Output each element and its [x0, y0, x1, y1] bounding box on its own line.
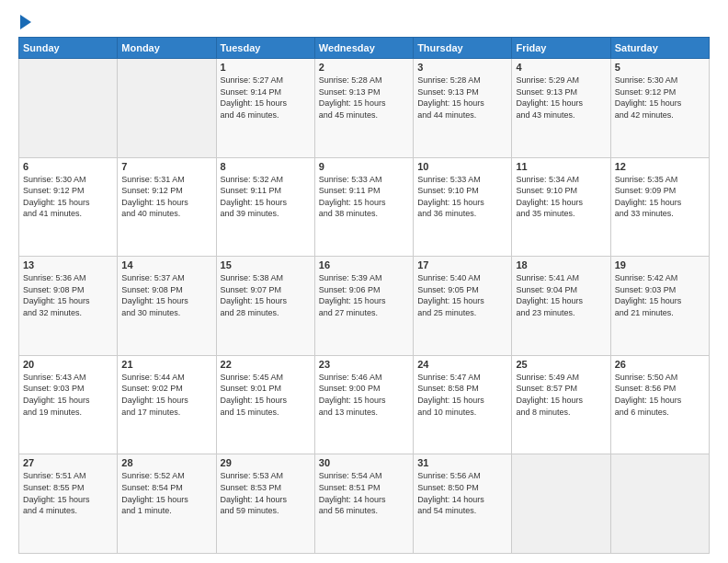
day-cell: 17Sunrise: 5:40 AM Sunset: 9:05 PM Dayli…	[414, 257, 512, 356]
day-info: Sunrise: 5:51 AM Sunset: 8:55 PM Dayligh…	[23, 470, 113, 516]
day-info: Sunrise: 5:45 AM Sunset: 9:01 PM Dayligh…	[221, 372, 311, 418]
day-info: Sunrise: 5:50 AM Sunset: 8:56 PM Dayligh…	[615, 372, 705, 418]
day-cell: 4Sunrise: 5:29 AM Sunset: 9:13 PM Daylig…	[512, 59, 610, 158]
day-info: Sunrise: 5:46 AM Sunset: 9:00 PM Dayligh…	[319, 372, 409, 418]
day-header-sunday: Sunday	[19, 38, 118, 59]
day-number: 23	[319, 359, 409, 370]
day-info: Sunrise: 5:27 AM Sunset: 9:14 PM Dayligh…	[221, 75, 311, 121]
day-number: 21	[121, 359, 211, 370]
week-row-5: 27Sunrise: 5:51 AM Sunset: 8:55 PM Dayli…	[19, 454, 710, 554]
day-number: 18	[516, 259, 606, 270]
day-info: Sunrise: 5:42 AM Sunset: 9:03 PM Dayligh…	[615, 272, 705, 318]
week-row-4: 20Sunrise: 5:43 AM Sunset: 9:03 PM Dayli…	[19, 355, 710, 454]
day-info: Sunrise: 5:38 AM Sunset: 9:07 PM Dayligh…	[221, 272, 311, 318]
day-cell: 24Sunrise: 5:47 AM Sunset: 8:58 PM Dayli…	[414, 355, 512, 454]
day-info: Sunrise: 5:31 AM Sunset: 9:12 PM Dayligh…	[121, 174, 211, 220]
day-cell: 13Sunrise: 5:36 AM Sunset: 9:08 PM Dayli…	[19, 257, 118, 356]
day-info: Sunrise: 5:28 AM Sunset: 9:13 PM Dayligh…	[417, 75, 507, 121]
day-number: 24	[417, 359, 507, 370]
day-cell: 10Sunrise: 5:33 AM Sunset: 9:10 PM Dayli…	[414, 157, 512, 257]
day-number: 3	[417, 62, 507, 73]
day-cell: 11Sunrise: 5:34 AM Sunset: 9:10 PM Dayli…	[512, 157, 610, 257]
day-cell: 19Sunrise: 5:42 AM Sunset: 9:03 PM Dayli…	[610, 257, 709, 356]
day-number: 25	[516, 359, 606, 370]
day-info: Sunrise: 5:47 AM Sunset: 8:58 PM Dayligh…	[417, 372, 507, 418]
day-number: 5	[615, 62, 705, 73]
day-number: 4	[516, 62, 606, 73]
day-header-wednesday: Wednesday	[314, 38, 413, 59]
day-info: Sunrise: 5:56 AM Sunset: 8:50 PM Dayligh…	[417, 470, 507, 516]
day-number: 28	[121, 457, 211, 468]
day-cell	[512, 454, 610, 554]
day-number: 17	[417, 259, 507, 270]
day-cell: 27Sunrise: 5:51 AM Sunset: 8:55 PM Dayli…	[19, 454, 118, 554]
day-info: Sunrise: 5:33 AM Sunset: 9:10 PM Dayligh…	[417, 174, 507, 220]
day-cell: 31Sunrise: 5:56 AM Sunset: 8:50 PM Dayli…	[414, 454, 512, 554]
day-info: Sunrise: 5:29 AM Sunset: 9:13 PM Dayligh…	[516, 75, 606, 121]
day-info: Sunrise: 5:54 AM Sunset: 8:51 PM Dayligh…	[319, 470, 409, 516]
day-cell	[118, 59, 216, 158]
day-number: 20	[23, 359, 113, 370]
day-number: 8	[221, 161, 311, 172]
page: SundayMondayTuesdayWednesdayThursdayFrid…	[0, 0, 728, 563]
day-cell: 20Sunrise: 5:43 AM Sunset: 9:03 PM Dayli…	[19, 355, 118, 454]
day-info: Sunrise: 5:37 AM Sunset: 9:08 PM Dayligh…	[121, 272, 211, 318]
day-number: 26	[615, 359, 705, 370]
day-number: 15	[221, 259, 311, 270]
day-cell: 16Sunrise: 5:39 AM Sunset: 9:06 PM Dayli…	[314, 257, 413, 356]
week-row-3: 13Sunrise: 5:36 AM Sunset: 9:08 PM Dayli…	[19, 257, 710, 356]
day-cell: 23Sunrise: 5:46 AM Sunset: 9:00 PM Dayli…	[314, 355, 413, 454]
day-number: 19	[615, 259, 705, 270]
day-number: 16	[319, 259, 409, 270]
day-number: 29	[221, 457, 311, 468]
day-info: Sunrise: 5:49 AM Sunset: 8:57 PM Dayligh…	[516, 372, 606, 418]
day-cell: 7Sunrise: 5:31 AM Sunset: 9:12 PM Daylig…	[118, 157, 216, 257]
logo	[18, 17, 31, 29]
day-cell: 21Sunrise: 5:44 AM Sunset: 9:02 PM Dayli…	[118, 355, 216, 454]
day-info: Sunrise: 5:34 AM Sunset: 9:10 PM Dayligh…	[516, 174, 606, 220]
day-cell: 5Sunrise: 5:30 AM Sunset: 9:12 PM Daylig…	[610, 59, 709, 158]
day-number: 11	[516, 161, 606, 172]
day-header-friday: Friday	[512, 38, 610, 59]
day-cell: 25Sunrise: 5:49 AM Sunset: 8:57 PM Dayli…	[512, 355, 610, 454]
day-number: 10	[417, 161, 507, 172]
day-cell	[610, 454, 709, 554]
week-row-1: 1Sunrise: 5:27 AM Sunset: 9:14 PM Daylig…	[19, 59, 710, 158]
day-header-monday: Monday	[118, 38, 216, 59]
day-info: Sunrise: 5:35 AM Sunset: 9:09 PM Dayligh…	[615, 174, 705, 220]
day-number: 13	[23, 259, 113, 270]
header-row: SundayMondayTuesdayWednesdayThursdayFrid…	[19, 38, 710, 59]
day-header-thursday: Thursday	[414, 38, 512, 59]
day-cell: 8Sunrise: 5:32 AM Sunset: 9:11 PM Daylig…	[216, 157, 314, 257]
day-cell	[19, 59, 118, 158]
day-number: 22	[221, 359, 311, 370]
day-number: 30	[319, 457, 409, 468]
day-header-tuesday: Tuesday	[216, 38, 314, 59]
header	[18, 17, 710, 29]
day-number: 12	[615, 161, 705, 172]
day-cell: 18Sunrise: 5:41 AM Sunset: 9:04 PM Dayli…	[512, 257, 610, 356]
day-number: 6	[23, 161, 113, 172]
day-info: Sunrise: 5:52 AM Sunset: 8:54 PM Dayligh…	[121, 470, 211, 516]
day-info: Sunrise: 5:44 AM Sunset: 9:02 PM Dayligh…	[121, 372, 211, 418]
day-info: Sunrise: 5:43 AM Sunset: 9:03 PM Dayligh…	[23, 372, 113, 418]
week-row-2: 6Sunrise: 5:30 AM Sunset: 9:12 PM Daylig…	[19, 157, 710, 257]
day-info: Sunrise: 5:33 AM Sunset: 9:11 PM Dayligh…	[319, 174, 409, 220]
day-info: Sunrise: 5:41 AM Sunset: 9:04 PM Dayligh…	[516, 272, 606, 318]
day-info: Sunrise: 5:36 AM Sunset: 9:08 PM Dayligh…	[23, 272, 113, 318]
day-info: Sunrise: 5:40 AM Sunset: 9:05 PM Dayligh…	[417, 272, 507, 318]
day-header-saturday: Saturday	[610, 38, 709, 59]
day-cell: 28Sunrise: 5:52 AM Sunset: 8:54 PM Dayli…	[118, 454, 216, 554]
day-cell: 3Sunrise: 5:28 AM Sunset: 9:13 PM Daylig…	[414, 59, 512, 158]
day-info: Sunrise: 5:30 AM Sunset: 9:12 PM Dayligh…	[615, 75, 705, 121]
day-info: Sunrise: 5:53 AM Sunset: 8:53 PM Dayligh…	[221, 470, 311, 516]
day-cell: 1Sunrise: 5:27 AM Sunset: 9:14 PM Daylig…	[216, 59, 314, 158]
calendar-table: SundayMondayTuesdayWednesdayThursdayFrid…	[18, 37, 710, 554]
day-number: 7	[121, 161, 211, 172]
day-number: 27	[23, 457, 113, 468]
day-info: Sunrise: 5:39 AM Sunset: 9:06 PM Dayligh…	[319, 272, 409, 318]
day-cell: 2Sunrise: 5:28 AM Sunset: 9:13 PM Daylig…	[314, 59, 413, 158]
day-number: 14	[121, 259, 211, 270]
day-cell: 30Sunrise: 5:54 AM Sunset: 8:51 PM Dayli…	[314, 454, 413, 554]
day-info: Sunrise: 5:30 AM Sunset: 9:12 PM Dayligh…	[23, 174, 113, 220]
